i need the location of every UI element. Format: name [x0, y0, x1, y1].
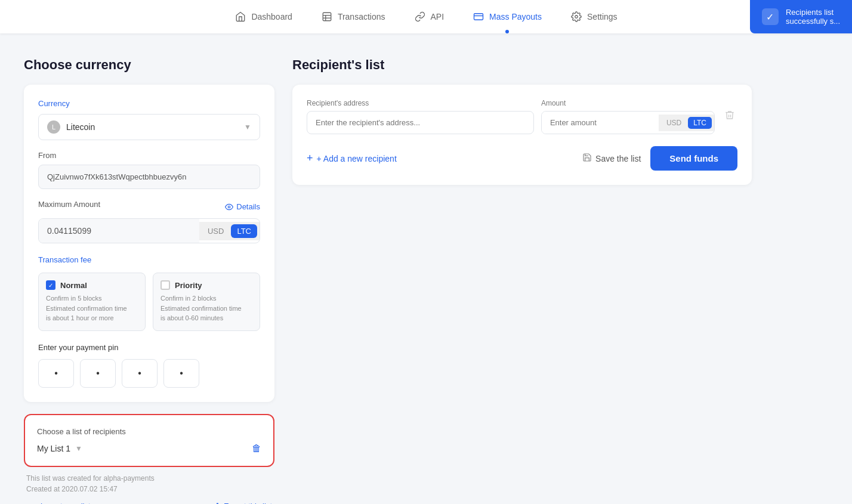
list-name: My List 1	[37, 444, 70, 453]
address-column: Recipient's address	[307, 99, 534, 134]
list-meta1: This list was created for alpha-payments	[26, 474, 272, 483]
amount-input[interactable]	[542, 112, 659, 134]
currency-select-wrapper: L Litecoin ▼	[38, 114, 260, 140]
fee-normal-desc3: is about 1 hour or more	[46, 313, 138, 323]
right-column: Recipient's list Recipient's address Amo…	[292, 57, 752, 504]
svg-point-7	[229, 206, 231, 208]
fee-priority-name: Priority	[175, 281, 202, 290]
toast-notification: ✓ Recipients list successfully s...	[750, 0, 852, 33]
litecoin-icon: L	[47, 120, 60, 134]
list-meta-section: This list was created for alpha-payments…	[24, 474, 274, 505]
fee-priority-checkbox[interactable]	[160, 280, 170, 290]
plus-icon: +	[26, 502, 31, 505]
send-funds-button[interactable]: Send funds	[650, 146, 737, 171]
save-list-button[interactable]: Save the list	[582, 153, 641, 164]
address-input[interactable]	[307, 111, 534, 134]
recipients-list-card: Choose a list of recipients My List 1 ▼ …	[24, 414, 274, 467]
fee-normal-header: Normal	[46, 280, 138, 290]
save-list-label: Save the list	[595, 154, 641, 163]
pin-label: Enter your payment pin	[38, 343, 260, 352]
max-amount-label: Maximum Amount	[38, 200, 100, 209]
fee-normal-desc1: Confirm in 5 blocks	[46, 293, 138, 304]
add-recipient-label: + Add a new recipient	[317, 154, 397, 163]
svg-rect-0	[323, 13, 331, 21]
nav-items: Dashboard Transactions API	[232, 0, 619, 33]
pin-input-4[interactable]	[163, 359, 199, 388]
currency-select[interactable]: L Litecoin ▼	[38, 114, 260, 140]
toast-check-icon: ✓	[762, 8, 779, 25]
amount-usd-button[interactable]: USD	[661, 117, 687, 129]
nav-label-mass-payouts: Mass Payouts	[489, 12, 542, 21]
nav-item-settings[interactable]: Settings	[568, 0, 620, 33]
usd-button[interactable]: USD	[202, 224, 230, 238]
mass-payouts-icon	[473, 11, 484, 23]
amount-input-row: USD LTC	[541, 111, 715, 134]
fee-priority-desc1: Confirm in 2 blocks	[160, 293, 252, 304]
fee-normal-name: Normal	[60, 281, 87, 290]
list-chevron-icon[interactable]: ▼	[75, 444, 82, 453]
nav-item-transactions[interactable]: Transactions	[319, 0, 388, 33]
amount-currency-toggle: USD LTC	[659, 115, 714, 131]
tx-fee-label: Transaction fee	[38, 255, 260, 264]
left-column: Choose currency Currency L Litecoin ▼ Fr…	[24, 57, 274, 504]
import-export-row: + + Import new list ⬇ Export this list	[26, 502, 272, 505]
delete-recipient-button[interactable]	[722, 107, 737, 126]
address-label: Recipient's address	[307, 99, 534, 107]
pin-input-1[interactable]	[38, 359, 74, 388]
save-icon	[582, 153, 592, 164]
fee-normal-checkbox[interactable]	[46, 280, 55, 290]
chevron-down-icon: ▼	[244, 123, 251, 131]
svg-rect-4	[474, 14, 483, 20]
fee-normal-card[interactable]: Normal Confirm in 5 blocks Estimated con…	[38, 273, 146, 331]
import-list-label: + Import new list	[34, 502, 91, 505]
delete-list-button[interactable]: 🗑	[252, 443, 261, 454]
recipients-section-card: Recipient's address Amount USD LTC	[292, 85, 752, 185]
nav-label-api: API	[431, 12, 444, 21]
nav-item-mass-payouts[interactable]: Mass Payouts	[470, 0, 544, 33]
add-icon: +	[307, 152, 313, 165]
add-recipient-button[interactable]: + + Add a new recipient	[307, 152, 397, 165]
nav-item-dashboard[interactable]: Dashboard	[232, 0, 295, 33]
list-select-inner: My List 1 ▼	[37, 444, 252, 453]
main-content: Choose currency Currency L Litecoin ▼ Fr…	[0, 33, 776, 504]
nav-label-settings: Settings	[587, 12, 618, 21]
fee-normal-desc: Confirm in 5 blocks Estimated confirmati…	[46, 293, 138, 323]
from-label: From	[38, 151, 260, 160]
home-icon	[234, 11, 246, 23]
fee-priority-card[interactable]: Priority Confirm in 2 blocks Estimated c…	[153, 273, 260, 331]
amount-label: Amount	[541, 99, 715, 107]
toast-text: Recipients list successfully s...	[786, 8, 840, 26]
pin-inputs	[38, 359, 260, 388]
nav-label-transactions: Transactions	[338, 12, 385, 21]
max-amount-value: 0.04115099	[39, 219, 199, 243]
nav-item-api[interactable]: API	[412, 0, 447, 33]
actions-row: + + Add a new recipient Save the list	[307, 146, 737, 171]
from-address: QjZuivnwo7fXk613stWqpectbhbuezvy6n	[38, 165, 260, 189]
svg-point-6	[575, 16, 578, 18]
pin-input-2[interactable]	[80, 359, 116, 388]
api-icon	[414, 11, 426, 23]
choose-currency-title: Choose currency	[24, 57, 274, 73]
fee-priority-header: Priority	[160, 280, 252, 290]
export-list-button[interactable]: ⬇ Export this list	[214, 502, 272, 505]
list-meta2: Created at 2020.07.02 15:47	[26, 485, 272, 493]
amount-ltc-button[interactable]: LTC	[688, 117, 712, 129]
toast-line1: Recipients list	[786, 8, 840, 17]
import-list-button[interactable]: + + Import new list	[26, 502, 91, 505]
details-link[interactable]: Details	[225, 202, 260, 211]
amount-column: Amount USD LTC	[541, 99, 715, 134]
fee-options: Normal Confirm in 5 blocks Estimated con…	[38, 273, 260, 331]
fee-priority-desc: Confirm in 2 blocks Estimated confirmati…	[160, 293, 252, 323]
currency-label: Currency	[38, 99, 260, 108]
pin-input-3[interactable]	[122, 359, 158, 388]
toast-line2: successfully s...	[786, 17, 840, 26]
recipients-title: Recipient's list	[292, 57, 752, 73]
download-icon: ⬇	[214, 502, 221, 505]
currency-card: Currency L Litecoin ▼ From QjZuivnwo7fXk…	[24, 85, 274, 402]
export-list-label: Export this list	[224, 502, 272, 505]
currency-select-inner: L Litecoin	[47, 120, 95, 134]
details-label: Details	[236, 202, 260, 211]
transactions-icon	[321, 11, 333, 23]
settings-icon	[570, 11, 582, 23]
ltc-button[interactable]: LTC	[231, 224, 257, 238]
